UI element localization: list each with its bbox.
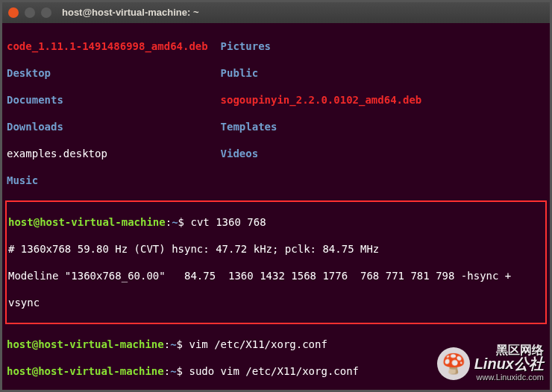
file-archive: sogoupinyin_2.2.0.0102_amd64.deb <box>221 94 422 106</box>
watermark-url: www.Linuxidc.com <box>477 370 544 384</box>
prompt-user-host: host@host-virtual-machine <box>8 216 166 228</box>
window-title: host@host-virtual-machine: ~ <box>62 6 199 19</box>
watermark-brand: Linux公社 <box>474 357 544 370</box>
cvt-modeline-cont: vsync <box>8 296 544 309</box>
cmd-cvt: cvt 1360 768 <box>184 216 266 228</box>
window-titlebar: host@host-virtual-machine: ~ <box>2 2 550 23</box>
minimize-icon[interactable] <box>25 7 35 18</box>
dir: Public <box>221 67 259 79</box>
cvt-output-line: # 1360x768 59.80 Hz (CVT) hsync: 47.72 k… <box>8 242 544 256</box>
highlight-box-cvt: host@host-virtual-machine:~$ cvt 1360 76… <box>5 200 547 324</box>
file: examples.desktop <box>7 148 107 159</box>
cvt-modeline: Modeline "1360x768_60.00" 84.75 1360 143… <box>8 269 544 282</box>
cmd-vim: vim /etc/X11/xorg.conf <box>183 338 327 350</box>
dir: Videos <box>221 148 259 159</box>
cmd-sudo-vim: sudo vim /etc/X11/xorg.conf <box>183 365 359 377</box>
dir: Desktop <box>7 67 51 79</box>
close-icon[interactable] <box>8 7 19 18</box>
maximize-icon[interactable] <box>41 7 51 18</box>
dir: Documents <box>7 94 63 106</box>
watermark: 🍄 黑区网络 Linux公社 www.Linuxidc.com <box>437 344 544 384</box>
dir: Templates <box>221 121 277 133</box>
dir: Downloads <box>7 121 63 133</box>
dir: Music <box>7 174 38 186</box>
mushroom-icon: 🍄 <box>437 347 470 380</box>
file-archive: code_1.11.1-1491486998_amd64.deb <box>7 40 208 52</box>
terminal-output[interactable]: code_1.11.1-1491486998_amd64.deb Picture… <box>2 23 550 392</box>
dir: Pictures <box>221 40 271 52</box>
